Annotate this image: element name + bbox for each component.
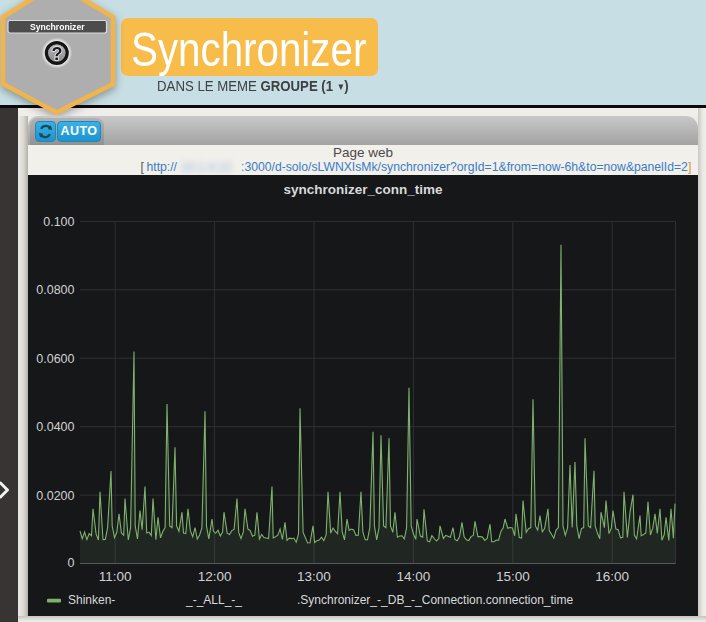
svg-text:15:00: 15:00 <box>496 569 530 584</box>
svg-text:0.0800: 0.0800 <box>36 283 74 297</box>
svg-text:11:00: 11:00 <box>99 569 132 584</box>
svg-text:0.0400: 0.0400 <box>36 420 74 434</box>
svg-text:16:00: 16:00 <box>595 569 629 584</box>
svg-text:synchronizer_conn_time: synchronizer_conn_time <box>283 182 443 197</box>
svg-text:12:00: 12:00 <box>198 569 232 584</box>
svg-text:0: 0 <box>68 556 75 570</box>
svg-text:.Synchronizer_-_DB_-_Connectio: .Synchronizer_-_DB_-_Connection.connecti… <box>297 593 573 607</box>
svg-text:_-_ALL_-_: _-_ALL_-_ <box>185 593 242 607</box>
svg-text:0.100: 0.100 <box>43 215 74 229</box>
svg-text:13:00: 13:00 <box>297 569 331 584</box>
svg-text:Shinken-: Shinken- <box>68 593 115 607</box>
svg-text:0.0200: 0.0200 <box>36 489 74 503</box>
svg-text:14:00: 14:00 <box>397 569 431 584</box>
svg-text:0.0600: 0.0600 <box>36 352 74 366</box>
svg-text:Synchronizer: Synchronizer <box>30 22 85 32</box>
svg-text:?: ? <box>51 44 62 64</box>
